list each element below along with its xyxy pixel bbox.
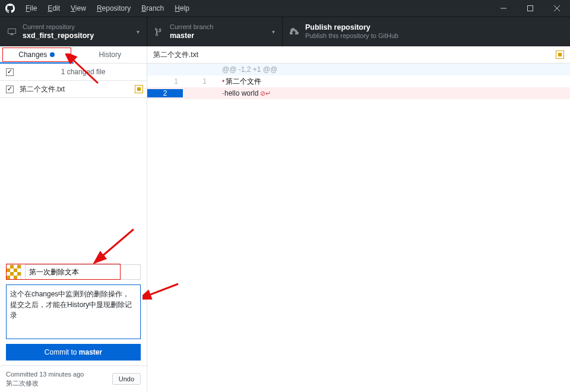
menu-view[interactable]: View: [65, 4, 91, 12]
diff-filename: 第二个文件.txt: [153, 50, 198, 60]
file-checkbox[interactable]: [6, 86, 14, 93]
tab-changes[interactable]: Changes: [0, 46, 74, 63]
computer-icon: [7, 27, 17, 37]
changes-count: 1 changed file: [20, 68, 147, 76]
menu-repository[interactable]: Repository: [91, 4, 136, 12]
gutter-old: 2: [147, 89, 183, 97]
window-minimize-icon[interactable]: [490, 0, 517, 17]
publish-button[interactable]: Publish repository Publish this reposito…: [283, 17, 570, 46]
last-commit-time: Committed 13 minutes ago: [6, 370, 84, 379]
window-maximize-icon[interactable]: [517, 0, 543, 17]
commit-button-branch: master: [79, 348, 102, 356]
no-newline-icon: ⊘↵: [260, 90, 271, 97]
diff-header: 第二个文件.txt: [147, 46, 570, 64]
changes-indicator-icon: [50, 52, 55, 57]
diff-hunk-header: @@ -1,2 +1 @@: [147, 64, 570, 75]
branch-selector[interactable]: Current branch master ▾: [147, 17, 283, 46]
commit-form: Commit to master: [0, 260, 147, 365]
commit-description-input[interactable]: [6, 284, 141, 339]
publish-title: Publish repository: [305, 23, 398, 33]
diff-hunk-text: @@ -1,2 +1 @@: [218, 65, 277, 74]
changes-summary-row: 1 changed file: [0, 64, 147, 81]
toolbar: Current repository sxd_first_repository …: [0, 17, 570, 46]
tab-changes-label: Changes: [18, 50, 47, 59]
commit-button[interactable]: Commit to master: [6, 344, 141, 361]
tab-history-label: History: [99, 50, 121, 59]
menu-branch[interactable]: Branch: [136, 4, 169, 12]
repo-label: Current repository: [23, 23, 94, 31]
avatar: [6, 264, 21, 280]
git-branch-icon: [154, 27, 164, 37]
diff-line-text: hello world: [224, 89, 258, 97]
diff-line[interactable]: 1 1 第二个文件: [147, 75, 570, 87]
github-logo-icon: [0, 4, 20, 13]
publish-sub: Publish this repository to GitHub: [305, 32, 398, 40]
modified-badge-icon: [135, 85, 143, 93]
chevron-down-icon: ▾: [272, 29, 275, 35]
menu-help[interactable]: Help: [169, 4, 195, 12]
branch-name: master: [170, 31, 213, 41]
changed-filename: 第二个文件.txt: [20, 84, 65, 94]
diff-line[interactable]: 2 -hello world⊘↵: [147, 87, 570, 99]
branch-label: Current branch: [170, 23, 213, 31]
changed-file-row[interactable]: 第二个文件.txt: [0, 81, 147, 98]
commit-button-prefix: Commit to: [45, 348, 79, 356]
cloud-upload-icon: [290, 27, 299, 37]
gutter-new: 1: [183, 77, 211, 86]
last-commit-message: 第二次修改: [6, 379, 84, 388]
diff-pane: 第二个文件.txt @@ -1,2 +1 @@ 1 1 第二个文件 2 -hel…: [147, 46, 570, 392]
svg-rect-1: [527, 6, 533, 11]
sidebar: Changes History 1 changed file 第二个文件.txt: [0, 46, 147, 392]
undo-button[interactable]: Undo: [112, 373, 141, 385]
gutter-old: 1: [147, 77, 183, 86]
menu-file[interactable]: File: [20, 4, 42, 12]
commit-summary-input[interactable]: [25, 264, 141, 280]
menu-edit[interactable]: Edit: [42, 4, 65, 12]
modified-badge-icon: [556, 50, 564, 59]
last-commit: Committed 13 minutes ago 第二次修改 Undo: [0, 365, 147, 392]
select-all-checkbox[interactable]: [6, 68, 14, 76]
repo-name: sxd_first_repository: [23, 31, 94, 41]
tab-history[interactable]: History: [74, 46, 147, 63]
window-close-icon[interactable]: [543, 0, 570, 17]
diff-line-text: 第二个文件: [226, 77, 261, 86]
chevron-down-icon: ▾: [137, 29, 140, 35]
menubar: File Edit View Repository Branch Help: [0, 0, 570, 17]
repo-selector[interactable]: Current repository sxd_first_repository …: [0, 17, 147, 46]
